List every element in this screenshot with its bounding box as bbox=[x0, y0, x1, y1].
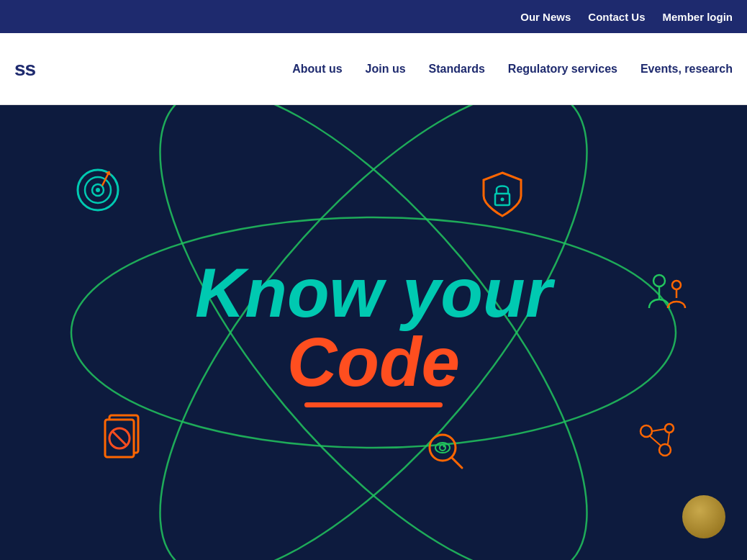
svg-point-6 bbox=[96, 188, 100, 192]
shield-icon bbox=[481, 170, 524, 222]
svg-point-26 bbox=[659, 444, 671, 456]
hero-text: Know your Code bbox=[195, 258, 552, 407]
network-icon bbox=[632, 417, 682, 466]
svg-point-25 bbox=[665, 424, 674, 433]
our-news-link[interactable]: Our News bbox=[520, 11, 571, 23]
svg-point-11 bbox=[653, 275, 665, 286]
hero-line1: Know your bbox=[195, 258, 552, 328]
about-us-link[interactable]: About us bbox=[292, 63, 342, 76]
join-us-link[interactable]: Join us bbox=[366, 63, 406, 76]
member-login-link[interactable]: Member login bbox=[662, 11, 733, 23]
regulatory-services-link[interactable]: Regulatory services bbox=[508, 63, 617, 76]
svg-point-23 bbox=[443, 446, 445, 448]
svg-line-20 bbox=[452, 458, 462, 468]
svg-line-27 bbox=[652, 429, 665, 431]
coin-decoration bbox=[682, 495, 725, 538]
hero-section: Know your Code bbox=[0, 105, 747, 560]
contact-us-link[interactable]: Contact Us bbox=[588, 11, 645, 23]
svg-point-13 bbox=[672, 281, 681, 289]
svg-point-10 bbox=[501, 198, 504, 202]
events-research-link[interactable]: Events, research bbox=[640, 63, 733, 76]
nav-bar: ss About us Join us Standards Regulatory… bbox=[0, 33, 747, 105]
no-document-icon bbox=[101, 410, 148, 466]
svg-line-29 bbox=[668, 433, 669, 444]
main-nav: About us Join us Standards Regulatory se… bbox=[292, 63, 733, 76]
hero-line2: Code bbox=[287, 328, 460, 407]
target-icon bbox=[72, 163, 124, 217]
standards-link[interactable]: Standards bbox=[429, 63, 485, 76]
svg-line-28 bbox=[649, 435, 661, 446]
top-bar: Our News Contact Us Member login bbox=[0, 0, 747, 33]
people-icon bbox=[639, 271, 697, 324]
svg-point-24 bbox=[640, 425, 652, 437]
search-eye-icon bbox=[417, 428, 475, 474]
logo: ss bbox=[14, 58, 35, 81]
